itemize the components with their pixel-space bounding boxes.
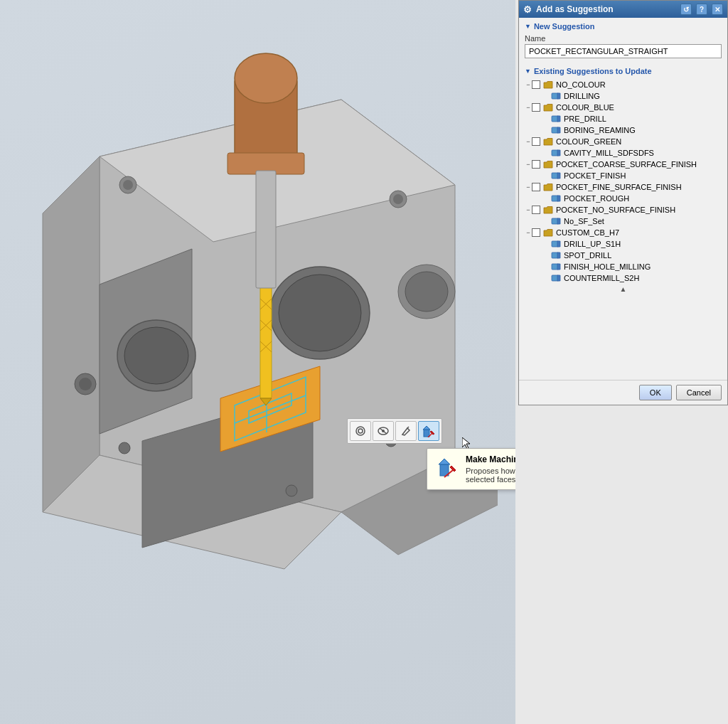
tree-item-label: DRILL_UP_S1H [564,240,621,248]
dialog-body: ▼ New Suggestion Name ▼ Existing Suggest… [519,18,727,380]
tree-folder-pocket_fine[interactable]: −POCKET_FINE_SURFACE_FINISH [525,181,722,193]
help-button[interactable]: ? [696,4,707,15]
svg-point-43 [382,430,385,432]
tree-checkbox-pocket_fine[interactable] [532,183,540,191]
item-icon [550,148,562,158]
svg-marker-59 [557,127,560,133]
svg-point-39 [356,427,365,435]
edit-button[interactable] [350,421,371,441]
svg-marker-1 [43,156,100,512]
expand-icon: − [525,104,532,111]
tree-item-drilling[interactable]: DRILLING [545,90,722,102]
tree-folder-label: COLOUR_GREEN [556,137,621,146]
tree-checkbox-no_colour[interactable] [532,80,540,89]
svg-point-21 [393,194,403,204]
svg-point-23 [79,378,92,390]
item-icon [550,171,562,181]
tooltip-title: Make Machining Suggestion [466,454,515,464]
dialog-footer: OK Cancel [519,380,727,405]
refresh-button[interactable]: ↺ [680,4,692,15]
scroll-up-arrow[interactable]: ▲ [525,284,722,294]
tree-checkbox-colour_blue[interactable] [532,103,540,112]
existing-suggestions-label: Existing Suggestions to Update [534,67,652,75]
tree-folder-pocket_no_sf[interactable]: −POCKET_NO_SURFACE_FINISH [525,204,722,215]
svg-marker-63 [557,173,560,179]
tree-child-wrapper: No_SF_Set [525,215,722,227]
tree-child-wrapper: DRILL_UP_S1H [525,238,722,250]
svg-marker-69 [557,241,560,247]
tooltip-icon [434,454,460,480]
expand-icon: − [525,161,532,168]
item-icon [550,239,562,249]
cancel-button[interactable]: Cancel [676,385,722,400]
tree-child-wrapper: COUNTERMILL_S2H [525,272,722,284]
expand-icon: − [525,81,532,88]
tree-item-cavity_mill[interactable]: CAVITY_MILL_SDFSDFS [545,147,722,159]
tree-checkbox-pocket_coarse[interactable] [532,160,540,169]
folder-icon [542,137,554,147]
tree-item-countermill[interactable]: COUNTERMILL_S2H [545,272,722,284]
svg-rect-45 [424,430,429,437]
tree-checkbox-pocket_no_sf[interactable] [532,206,540,214]
tree-child-wrapper: CAVITY_MILL_SDFSDFS [525,147,722,159]
tree-folder-no_colour[interactable]: −NO_COLOUR [525,79,722,90]
item-icon [550,193,562,203]
tooltip-text: Make Machining Suggestion Proposes how t… [466,454,515,484]
svg-marker-75 [557,275,560,281]
tree-checkbox-colour_green[interactable] [532,137,540,146]
svg-point-11 [405,272,448,312]
existing-suggestions-section: ▼ Existing Suggestions to Update −NO_COL… [525,67,722,284]
name-input[interactable] [525,44,722,58]
suggest-button[interactable] [418,421,439,441]
tree-checkbox-custom_cb_h7[interactable] [532,228,540,237]
tree-item-drill_up_s1h[interactable]: DRILL_UP_S1H [545,238,722,250]
tree-item-label: No_SF_Set [564,217,604,225]
tree-child-wrapper: SPOT_DRILL [525,250,722,261]
tree-item-spot_drill[interactable]: SPOT_DRILL [545,250,722,261]
toolbar-popup [347,418,442,444]
svg-line-44 [407,427,409,428]
tree-item-label: BORING_REAMING [564,126,636,134]
tree-item-label: FINISH_HOLE_MILLING [564,262,651,271]
svg-point-24 [119,442,130,454]
svg-marker-73 [557,264,560,270]
item-icon [550,114,562,124]
folder-icon [542,159,554,169]
existing-collapse-arrow: ▼ [525,68,531,75]
tree-item-label: CAVITY_MILL_SDFSDFS [564,149,654,157]
svg-marker-51 [439,459,450,464]
close-button[interactable]: ✕ [712,4,723,15]
item-icon [550,125,562,135]
tree-folder-colour_green[interactable]: −COLOUR_GREEN [525,136,722,147]
tree-item-pre_drill[interactable]: PRE_DRILL [545,113,722,124]
tree-item-finish_hole[interactable]: FINISH_HOLE_MILLING [545,261,722,272]
item-icon [550,273,562,283]
folder-icon [542,228,554,238]
tree-item-pocket_finish[interactable]: POCKET_FINISH [545,170,722,181]
tree-child-wrapper: POCKET_ROUGH [525,193,722,204]
dialog-titlebar: ⚙ Add as Suggestion ↺ ? ✕ [519,1,727,18]
svg-marker-55 [557,93,560,99]
folder-icon [542,80,554,90]
existing-suggestions-header: ▼ Existing Suggestions to Update [525,67,722,75]
svg-point-37 [235,53,297,103]
hide-button[interactable] [373,421,394,441]
tree-item-label: POCKET_ROUGH [564,194,629,203]
add-as-suggestion-dialog: ⚙ Add as Suggestion ↺ ? ✕ ▼ New Suggesti… [518,0,728,405]
svg-marker-71 [557,252,560,258]
item-icon [550,250,562,260]
tree-folder-pocket_coarse[interactable]: −POCKET_COARSE_SURFACE_FINISH [525,159,722,170]
tree-item-no_sf_set[interactable]: No_SF_Set [545,215,722,227]
tree-item-label: DRILLING [564,92,600,100]
tree-child-wrapper: BORING_REAMING [525,124,722,136]
tree-child-wrapper: DRILLING [525,90,722,102]
ok-button[interactable]: OK [639,385,672,400]
tree-item-label: PRE_DRILL [564,115,606,123]
tree-folder-custom_cb_h7[interactable]: −CUSTOM_CB_H7 [525,227,722,238]
pencil-button[interactable] [395,421,417,441]
tree-folder-colour_blue[interactable]: −COLOUR_BLUE [525,102,722,113]
svg-marker-46 [423,426,430,430]
dialog-title: Add as Suggestion [536,4,676,14]
tree-item-pocket_rough[interactable]: POCKET_ROUGH [545,193,722,204]
tree-item-boring_reaming[interactable]: BORING_REAMING [545,124,722,136]
